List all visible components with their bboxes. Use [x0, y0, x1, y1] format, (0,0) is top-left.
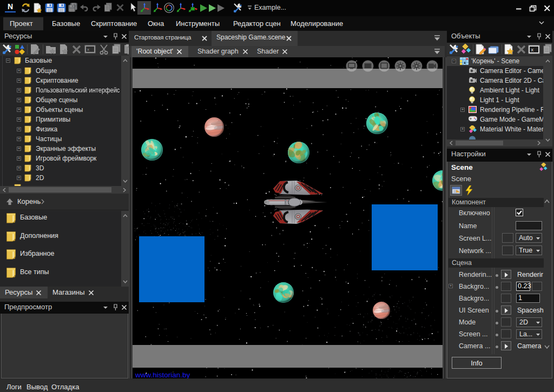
svg-text:x: x — [87, 47, 89, 52]
svg-text:x: x — [531, 48, 533, 53]
